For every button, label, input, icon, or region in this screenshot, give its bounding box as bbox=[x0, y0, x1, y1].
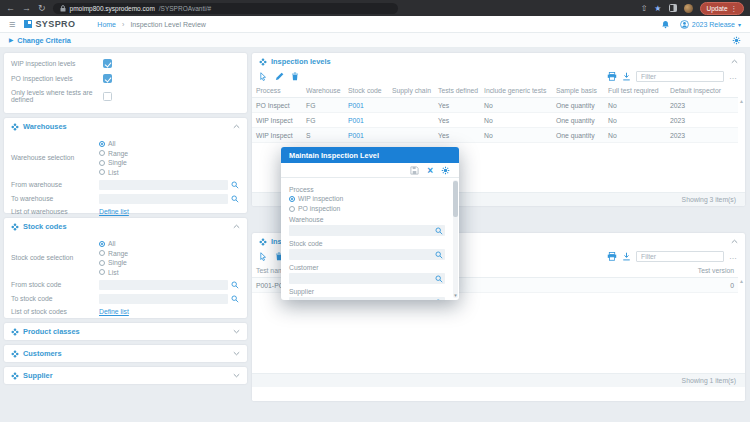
scrollbar-up-icon[interactable]: ▲ bbox=[739, 278, 744, 284]
from-stock-code-input[interactable] bbox=[99, 280, 228, 290]
table-row[interactable]: WIP Inspect FG P001 Yes No One quantity … bbox=[252, 113, 738, 128]
edit-pencil-icon[interactable] bbox=[275, 72, 284, 81]
table-row[interactable]: WIP Inspect S P001 Yes No One quantity N… bbox=[252, 128, 738, 143]
customers-panel-header[interactable]: Customers bbox=[4, 345, 247, 361]
wip-levels-checkbox[interactable] bbox=[103, 59, 112, 68]
stock-radio-all[interactable]: All bbox=[99, 240, 128, 247]
more-options-icon[interactable]: … bbox=[729, 72, 738, 81]
inspection-levels-panel-header[interactable]: Inspection levels bbox=[252, 53, 745, 69]
search-icon[interactable] bbox=[231, 281, 239, 289]
print-icon[interactable] bbox=[607, 72, 617, 81]
stock-code-field-input[interactable] bbox=[289, 249, 445, 260]
col-warehouse[interactable]: Warehouse bbox=[302, 84, 344, 98]
col-test-version[interactable]: Test version bbox=[658, 264, 738, 278]
col-tests-defined[interactable]: Tests defined bbox=[434, 84, 480, 98]
search-icon[interactable] bbox=[435, 227, 443, 235]
collapse-chevron-up-icon[interactable] bbox=[233, 124, 240, 129]
share-icon[interactable]: ⇧ bbox=[641, 4, 648, 13]
scrollbar-down-icon[interactable]: ▼ bbox=[453, 293, 458, 298]
browser-update-button[interactable]: Update ⋮ bbox=[700, 2, 744, 15]
page-settings-gear-icon[interactable] bbox=[732, 36, 741, 45]
define-stock-list-link[interactable]: Define list bbox=[99, 308, 129, 315]
cell-stock-code-link[interactable]: P001 bbox=[344, 113, 388, 128]
print-icon[interactable] bbox=[607, 252, 617, 261]
add-record-icon[interactable] bbox=[259, 72, 268, 81]
tests-defined-checkbox[interactable] bbox=[103, 92, 112, 101]
search-icon[interactable] bbox=[231, 181, 239, 189]
collapse-chevron-up-icon[interactable] bbox=[731, 239, 738, 244]
expand-chevron-down-icon[interactable] bbox=[233, 373, 240, 378]
user-menu[interactable]: 2023 Release ▾ bbox=[680, 20, 741, 29]
search-icon[interactable] bbox=[435, 299, 443, 301]
change-criteria-link[interactable]: ▶ Change Criteria bbox=[9, 36, 71, 45]
search-icon[interactable] bbox=[435, 251, 443, 259]
breadcrumb-home-link[interactable]: Home bbox=[97, 21, 116, 28]
delete-trash-icon[interactable] bbox=[291, 72, 299, 81]
collapse-chevron-up-icon[interactable] bbox=[731, 59, 738, 64]
customer-field-input[interactable] bbox=[289, 273, 445, 284]
export-download-icon[interactable] bbox=[622, 252, 631, 261]
po-inspection-radio[interactable]: PO inspection bbox=[289, 205, 445, 212]
col-process[interactable]: Process bbox=[252, 84, 302, 98]
browser-reload-button[interactable]: ↻ bbox=[38, 0, 46, 16]
levels-filter-input[interactable] bbox=[636, 71, 724, 82]
warehouses-panel-header[interactable]: Warehouses bbox=[4, 118, 247, 134]
select-record-icon[interactable] bbox=[259, 252, 268, 261]
supplier-field-input[interactable] bbox=[289, 297, 445, 300]
radio-label: Single bbox=[108, 159, 127, 166]
dialog-scrollbar[interactable]: ▼ bbox=[453, 180, 458, 298]
stock-radio-single[interactable]: Single bbox=[99, 259, 128, 266]
close-icon[interactable]: × bbox=[427, 167, 433, 175]
settings-gear-icon[interactable] bbox=[441, 166, 450, 175]
col-default-inspector[interactable]: Default inspector bbox=[666, 84, 738, 98]
stock-radio-list[interactable]: List bbox=[99, 269, 128, 276]
col-include-generic[interactable]: Include generic tests bbox=[480, 84, 552, 98]
warehouse-radio-range[interactable]: Range bbox=[99, 150, 128, 157]
hamburger-menu-icon[interactable]: ≡ bbox=[9, 19, 15, 30]
address-bar[interactable]: pmoimp800.sysprodemo.com/SYSPROAvanti/# bbox=[53, 3, 398, 14]
expand-chevron-down-icon[interactable] bbox=[233, 351, 240, 356]
scrollbar-thumb[interactable] bbox=[453, 181, 458, 217]
browser-forward-button[interactable]: → bbox=[22, 0, 31, 16]
scrollbar-up-icon[interactable]: ▲ bbox=[739, 98, 744, 104]
syspro-logo[interactable]: SYSPRO bbox=[24, 19, 75, 29]
cell-stock-code-link[interactable]: P001 bbox=[344, 98, 388, 113]
dialog-titlebar[interactable]: Maintain Inspection Level bbox=[281, 147, 459, 163]
col-stock-code[interactable]: Stock code bbox=[344, 84, 388, 98]
expand-chevron-down-icon[interactable] bbox=[233, 329, 240, 334]
supplier-panel-header[interactable]: Supplier bbox=[4, 367, 247, 383]
stock-radio-range[interactable]: Range bbox=[99, 250, 128, 257]
col-full-test[interactable]: Full test required bbox=[604, 84, 666, 98]
bookmark-star-icon[interactable]: ★ bbox=[654, 4, 661, 13]
more-options-icon[interactable]: … bbox=[729, 252, 738, 261]
notifications-bell-icon[interactable] bbox=[661, 20, 670, 29]
warehouse-radio-single[interactable]: Single bbox=[99, 159, 128, 166]
po-levels-checkbox[interactable] bbox=[103, 74, 112, 83]
warehouse-field-input[interactable] bbox=[289, 225, 445, 236]
search-icon[interactable] bbox=[435, 275, 443, 283]
to-warehouse-input[interactable] bbox=[99, 194, 228, 204]
from-warehouse-input[interactable] bbox=[99, 180, 228, 190]
tests-footer-status: Showing 1 item(s) bbox=[252, 373, 745, 387]
define-warehouse-list-link[interactable]: Define list bbox=[99, 208, 129, 215]
table-row[interactable]: PO Inspect FG P001 Yes No One quantity N… bbox=[252, 98, 738, 113]
browser-back-button[interactable]: ← bbox=[6, 0, 15, 16]
search-icon[interactable] bbox=[231, 295, 239, 303]
wip-inspection-radio[interactable]: WIP inspection bbox=[289, 195, 445, 202]
warehouse-radio-list[interactable]: List bbox=[99, 169, 128, 176]
browser-profile-avatar[interactable] bbox=[684, 4, 693, 13]
stock-codes-panel-header[interactable]: Stock codes bbox=[4, 218, 247, 234]
collapse-chevron-up-icon[interactable] bbox=[233, 224, 240, 229]
tests-filter-input[interactable] bbox=[636, 251, 724, 262]
col-sample-basis[interactable]: Sample basis bbox=[552, 84, 604, 98]
save-icon[interactable] bbox=[410, 166, 419, 175]
warehouse-radio-all[interactable]: All bbox=[99, 140, 128, 147]
cell-process: WIP Inspect bbox=[252, 113, 302, 128]
col-supply-chain[interactable]: Supply chain bbox=[388, 84, 434, 98]
cell-stock-code-link[interactable]: P001 bbox=[344, 128, 388, 143]
browser-panel-icon[interactable] bbox=[669, 4, 677, 12]
product-classes-panel-header[interactable]: Product classes bbox=[4, 323, 247, 339]
export-download-icon[interactable] bbox=[622, 72, 631, 81]
to-stock-code-input[interactable] bbox=[99, 294, 228, 304]
search-icon[interactable] bbox=[231, 195, 239, 203]
